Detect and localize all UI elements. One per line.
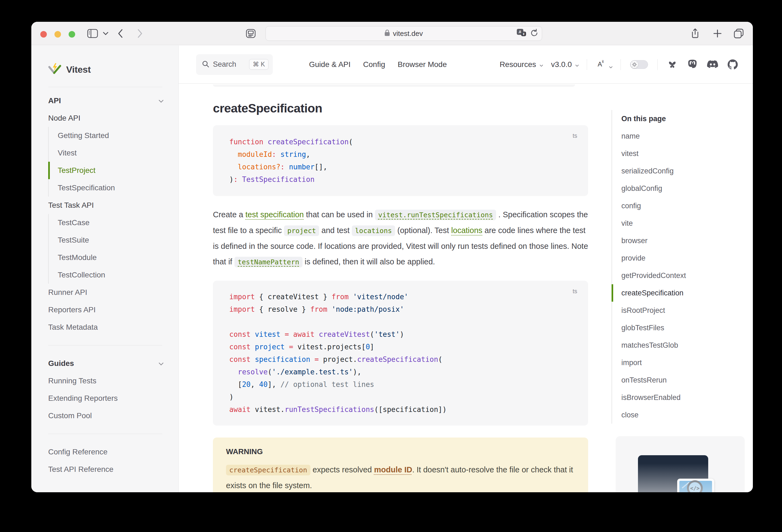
warning-title: WARNING (226, 447, 575, 456)
tab-overview-icon[interactable] (730, 22, 747, 45)
svg-text:¥: ¥ (523, 32, 525, 36)
share-icon[interactable] (687, 22, 703, 45)
svg-text:A: A (519, 29, 522, 34)
outline-item-name[interactable]: name (611, 128, 753, 145)
sponsor-card[interactable]: </> (616, 436, 745, 492)
sidebar-toggle-icon[interactable] (86, 22, 99, 45)
outline-item-browser[interactable]: browser (611, 232, 753, 249)
site-logo[interactable]: Vitest (48, 62, 162, 76)
code-line: locations?: number[], (229, 161, 572, 173)
minimize-window-button[interactable] (55, 31, 61, 38)
sidebar-item-config-reference[interactable]: Config Reference (48, 443, 162, 461)
sidebar-item-reporters-api[interactable]: Reporters API (48, 301, 162, 319)
lock-icon (385, 29, 390, 38)
outline-item-globtestfiles[interactable]: globTestFiles (611, 319, 753, 336)
code-block-signature: ts function createSpecification( moduleI… (213, 125, 588, 196)
browser-toolbar: vitest.dev A ¥ (31, 22, 753, 45)
code-lang-badge: ts (573, 130, 577, 142)
outline-item-isrootproject[interactable]: isRootProject (611, 302, 753, 319)
outline-item-import[interactable]: import (611, 354, 753, 371)
sidebar-item-label: TestModule (58, 253, 97, 262)
sidebar-item-node-api: Node API (48, 109, 162, 127)
back-button[interactable] (113, 22, 128, 45)
doc-content: createSpecification ts function createSp… (213, 84, 588, 492)
inline-link[interactable]: test specification (245, 210, 304, 219)
outline-item-getprovidedcontext[interactable]: getProvidedContext (611, 267, 753, 284)
sidebar-nav: APINode APIGetting StartedVitestTestProj… (48, 92, 162, 478)
address-bar[interactable]: vitest.dev A ¥ (265, 26, 542, 41)
search-input[interactable]: Search ⌘ K (196, 54, 273, 75)
outline-item-provide[interactable]: provide (611, 249, 753, 267)
outline-item-close[interactable]: close (611, 406, 753, 424)
inline-link[interactable]: locations (451, 226, 482, 235)
new-tab-icon[interactable] (709, 22, 725, 45)
inline-link[interactable]: module ID (374, 465, 412, 474)
code-block-example: ts import { createVitest } from 'vitest/… (213, 281, 588, 426)
sidebar-item-label: Test API Reference (48, 465, 113, 474)
svg-text:A: A (598, 61, 602, 68)
nav-config[interactable]: Config (363, 60, 385, 69)
sidebar-item-testcase[interactable]: TestCase (48, 214, 162, 232)
sidebar-item-label: Runner API (48, 288, 87, 297)
nav-browser-mode[interactable]: Browser Mode (397, 60, 447, 69)
language-switcher[interactable]: A x̄ (596, 59, 611, 70)
mastodon-icon[interactable] (687, 59, 698, 70)
header-separator (587, 59, 587, 70)
close-window-button[interactable] (40, 31, 47, 38)
sidebar-item-custom-pool[interactable]: Custom Pool (48, 407, 162, 424)
page-settings-icon[interactable] (243, 22, 258, 45)
sidebar-item-label: TestSuite (58, 236, 89, 245)
sidebar-item-testcollection[interactable]: TestCollection (48, 266, 162, 284)
bluesky-icon[interactable] (667, 59, 678, 70)
outline-item-serializedconfig[interactable]: serializedConfig (611, 162, 753, 180)
sidebar-item-running-tests[interactable]: Running Tests (48, 372, 162, 390)
sidebar-item-test-api-reference[interactable]: Test API Reference (48, 461, 162, 478)
header-separator (657, 59, 657, 70)
outline-item-vite[interactable]: vite (611, 215, 753, 232)
toolbar-chevron-down-icon[interactable] (101, 22, 111, 45)
outline-item-ontestsrerun[interactable]: onTestsRerun (611, 371, 753, 389)
outline-item-vitest[interactable]: vitest (611, 145, 753, 162)
inline-code-link[interactable]: vitest.runTestSpecifications (375, 210, 496, 220)
sidebar-item-testsuite[interactable]: TestSuite (48, 232, 162, 249)
nav-guide-api[interactable]: Guide & API (309, 60, 351, 69)
sidebar-item-api[interactable]: API (48, 92, 162, 109)
sidebar-item-testmodule[interactable]: TestModule (48, 249, 162, 266)
discord-icon[interactable] (707, 59, 718, 70)
safari-window: vitest.dev A ¥ (31, 22, 753, 492)
sidebar-item-extending-reporters[interactable]: Extending Reporters (48, 390, 162, 407)
header-separator (620, 59, 621, 70)
sidebar-item-runner-api[interactable]: Runner API (48, 284, 162, 301)
nav-resources[interactable]: Resources (500, 60, 542, 69)
github-icon[interactable] (727, 59, 738, 70)
reload-icon[interactable] (530, 29, 538, 38)
sidebar-item-label: Custom Pool (48, 412, 92, 420)
outline-item-createspecification[interactable]: createSpecification (611, 284, 753, 302)
sidebar-item-testspecification[interactable]: TestSpecification (48, 179, 162, 197)
outline-item-config[interactable]: config (611, 197, 753, 215)
sidebar-item-getting-started[interactable]: Getting Started (48, 127, 162, 144)
sidebar-item-label: Test Task API (48, 201, 94, 210)
sidebar-item-label: Config Reference (48, 448, 108, 456)
code-line: [20, 40], // optional test lines (229, 378, 572, 391)
inline-code-link[interactable]: testNamePattern (235, 257, 303, 268)
outline-item-matchestestglob[interactable]: matchesTestGlob (611, 336, 753, 354)
theme-toggle[interactable] (630, 60, 648, 69)
svg-text:x̄: x̄ (602, 59, 604, 64)
sidebar-item-label: Reporters API (48, 306, 96, 314)
sidebar-item-vitest[interactable]: Vitest (48, 144, 162, 162)
code-line: resolve('./example.test.ts'), (229, 366, 572, 378)
text: and test (319, 226, 352, 235)
sidebar-item-label: Node API (48, 114, 80, 122)
search-icon (202, 61, 209, 69)
forward-button[interactable] (133, 22, 147, 45)
site-header: Search ⌘ K Guide & APIConfigBrowser Mode… (179, 45, 753, 83)
translate-page-icon[interactable]: A ¥ (517, 29, 527, 38)
sidebar-item-guides[interactable]: Guides (48, 355, 162, 372)
outline-item-isbrowserenabled[interactable]: isBrowserEnabled (611, 389, 753, 406)
sidebar-item-task-metadata[interactable]: Task Metadata (48, 319, 162, 336)
outline-item-globalconfig[interactable]: globalConfig (611, 180, 753, 197)
zoom-window-button[interactable] (69, 31, 75, 38)
sidebar-item-testproject[interactable]: TestProject (48, 162, 162, 179)
version-switcher[interactable]: v3.0.0 (551, 60, 577, 69)
